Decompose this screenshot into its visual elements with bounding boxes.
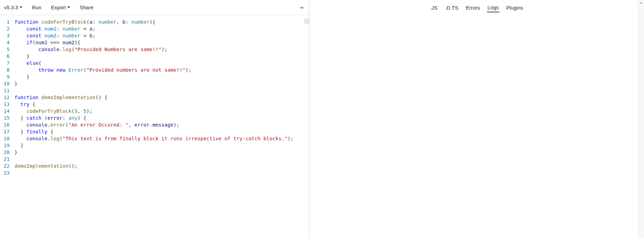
line-number: 1 [0, 19, 10, 25]
code-line[interactable] [14, 169, 309, 176]
line-number: 3 [0, 32, 10, 39]
line-number: 21 [0, 156, 10, 163]
code-line[interactable]: else{ [14, 60, 309, 67]
share-button[interactable]: Share [80, 4, 93, 10]
code-line[interactable]: function demoImplementation() { [14, 94, 309, 101]
line-number: 2 [0, 25, 10, 32]
code-line[interactable]: try { [14, 101, 309, 108]
line-number: 13 [0, 101, 10, 108]
line-number-gutter: 1234567891011121314151617181920212223 [0, 19, 14, 238]
share-label: Share [80, 4, 93, 10]
code-line[interactable]: } [14, 53, 309, 60]
line-number: 16 [0, 121, 10, 128]
line-number: 17 [0, 128, 10, 135]
line-number: 19 [0, 142, 10, 149]
line-number: 20 [0, 149, 10, 156]
code-line[interactable] [14, 87, 309, 94]
code-line[interactable]: } finally { [14, 128, 309, 135]
code-line[interactable]: } [14, 73, 309, 80]
tab-errors[interactable]: Errors [465, 3, 481, 12]
code-line[interactable]: const num1: number = a; [14, 25, 309, 32]
line-number: 22 [0, 163, 10, 169]
tab-js-label: .JS [430, 5, 438, 11]
line-number: 8 [0, 67, 10, 73]
run-label: Run [32, 4, 42, 10]
code-line[interactable]: console.log("Provided Numbers are same!!… [14, 46, 309, 53]
line-number: 5 [0, 46, 10, 53]
line-number: 10 [0, 80, 10, 87]
line-number: 9 [0, 73, 10, 80]
output-tabs: .JS .D.TS Errors Logs Plugins [309, 0, 644, 15]
code-line[interactable]: console.error("An error Occured: ", erro… [14, 121, 309, 128]
tab-logs-label: Logs [488, 4, 499, 10]
code-line[interactable] [14, 156, 309, 163]
code-editor[interactable]: 1234567891011121314151617181920212223 fu… [0, 15, 309, 238]
chevron-down-icon [67, 7, 70, 8]
code-line[interactable]: } [14, 142, 309, 149]
run-button[interactable]: Run [32, 4, 42, 10]
version-label: v5.3.3 [4, 4, 18, 10]
line-number: 12 [0, 94, 10, 101]
code-line[interactable]: } [14, 80, 309, 87]
tab-plugins-label: Plugins [506, 5, 523, 11]
line-number: 14 [0, 108, 10, 115]
code-line[interactable]: if(num1 === num2){ [14, 39, 309, 46]
collapse-panel-icon[interactable]: ⇥ [298, 3, 305, 12]
line-number: 4 [0, 39, 10, 46]
line-number: 7 [0, 60, 10, 67]
code-line[interactable]: function codeForTryBlock(a: number, b: n… [14, 19, 309, 25]
code-line[interactable]: demoImplementation(); [14, 163, 309, 169]
line-number: 11 [0, 87, 10, 94]
chevron-down-icon [20, 7, 22, 8]
vertical-scrollbar[interactable]: ▲ [638, 0, 644, 238]
tab-plugins[interactable]: Plugins [506, 3, 524, 12]
scroll-up-icon[interactable]: ▲ [640, 0, 643, 5]
export-label: Export [51, 4, 66, 10]
code-line[interactable]: const num2: number = b; [14, 32, 309, 39]
logs-output [309, 15, 644, 238]
code-area[interactable]: function codeForTryBlock(a: number, b: n… [14, 19, 309, 238]
code-line[interactable]: throw new Error("Provided numbers are no… [14, 67, 309, 73]
code-line[interactable]: } catch (error: any) { [14, 115, 309, 121]
tab-js[interactable]: .JS [430, 3, 438, 12]
output-panel: .JS .D.TS Errors Logs Plugins ▲ [309, 0, 644, 238]
code-line[interactable]: } [14, 149, 309, 156]
tab-dts[interactable]: .D.TS [444, 3, 459, 12]
code-line[interactable]: codeForTryBlock(3, 5); [14, 108, 309, 115]
code-line[interactable]: console.log("This text is from finally b… [14, 135, 309, 142]
editor-toolbar: v5.3.3 Run Export Share ⇥ [0, 0, 309, 15]
version-dropdown[interactable]: v5.3.3 [4, 4, 22, 10]
tab-errors-label: Errors [466, 5, 480, 11]
line-number: 6 [0, 53, 10, 60]
export-dropdown[interactable]: Export [51, 4, 70, 10]
line-number: 18 [0, 135, 10, 142]
app-root: v5.3.3 Run Export Share ⇥ 12345678910111… [0, 0, 644, 238]
tab-logs[interactable]: Logs [487, 3, 500, 12]
tab-dts-label: .D.TS [445, 5, 458, 11]
line-number: 15 [0, 115, 10, 121]
editor-panel: v5.3.3 Run Export Share ⇥ 12345678910111… [0, 0, 309, 238]
line-number: 23 [0, 169, 10, 176]
